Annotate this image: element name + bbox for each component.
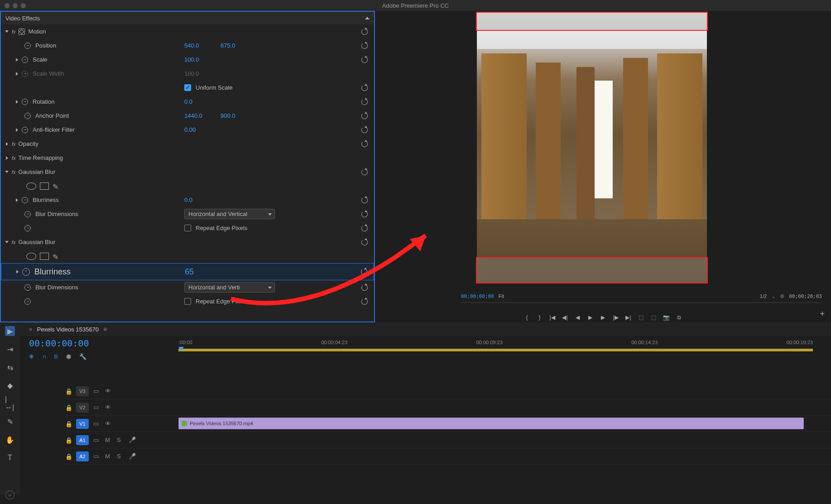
blurriness2-value[interactable]: 65 [185, 267, 194, 277]
prev-frame-icon[interactable]: ◀ [575, 314, 581, 321]
toggle-output-icon[interactable]: ▭ [93, 437, 101, 443]
ellipse-mask-icon[interactable] [26, 253, 36, 260]
reset-icon[interactable] [360, 298, 369, 306]
reset-icon[interactable] [360, 196, 369, 204]
go-to-in-icon[interactable]: |◀ [549, 314, 556, 321]
fit-dropdown[interactable]: Fit [499, 293, 504, 299]
track-lanes[interactable]: Pexels Videos 1535670.mp4 [178, 360, 831, 494]
stopwatch-icon[interactable] [24, 298, 31, 305]
track-a1-lane[interactable] [178, 432, 831, 448]
reset-icon[interactable] [360, 140, 369, 148]
resolution-dropdown[interactable]: 1/2 [760, 293, 767, 299]
next-frame-icon[interactable]: ▶ [600, 314, 606, 321]
pen-mask-icon[interactable] [53, 182, 60, 190]
track-a2-lane[interactable] [178, 448, 831, 465]
eye-icon[interactable]: 👁 [105, 420, 112, 427]
step-fwd-icon[interactable]: |▶ [613, 314, 619, 321]
blur-dims1-dropdown[interactable]: Horizontal and Vertical [184, 209, 275, 219]
lift-icon[interactable]: ⬚ [638, 314, 644, 321]
timeline-timecode[interactable]: 00:00:00:00 [29, 338, 178, 349]
rotation-value[interactable]: 0.0 [184, 98, 192, 105]
solo-icon[interactable]: S [117, 437, 124, 443]
twist-icon[interactable] [4, 142, 10, 146]
playhead-icon[interactable] [178, 347, 184, 351]
toggle-output-icon[interactable]: ▭ [93, 388, 101, 394]
toggle-output-icon[interactable]: ▭ [93, 420, 101, 427]
gaussian-blur-2[interactable]: fx Gaussian Blur [1, 235, 374, 249]
position-y[interactable]: 675.0 [221, 42, 235, 49]
twist-icon[interactable] [4, 171, 10, 173]
mute-icon[interactable]: M [105, 437, 112, 443]
slip-tool-icon[interactable]: |↔| [5, 398, 15, 408]
twist-icon[interactable] [14, 100, 20, 104]
time-remapping-effect[interactable]: fx Time Remapping [1, 151, 374, 165]
anchor-y[interactable]: 900.0 [221, 112, 235, 119]
settings-icon[interactable]: 🔧 [79, 353, 86, 360]
twist-icon[interactable] [14, 198, 20, 202]
reset-icon[interactable] [360, 283, 369, 292]
pen-mask-icon[interactable] [53, 253, 60, 260]
step-back-icon[interactable]: ◀| [562, 314, 568, 321]
blurriness1-value[interactable]: 0.0 [184, 197, 192, 203]
video-preview[interactable] [477, 13, 707, 283]
reset-icon[interactable] [360, 126, 369, 134]
repeat-edge2-checkbox[interactable] [184, 298, 191, 305]
blur-dims2-dropdown[interactable]: Horizontal and Verti [184, 282, 275, 293]
timeline-ruler[interactable]: :00:00 00:00:04:23 00:00:09:23 00:00:14:… [178, 336, 831, 360]
marker-icon[interactable]: ⬢ [66, 353, 71, 360]
close-window[interactable] [5, 3, 10, 8]
motion-effect[interactable]: fx Motion [1, 24, 374, 38]
stopwatch-icon[interactable] [24, 43, 31, 49]
rectangle-mask-icon[interactable] [40, 182, 49, 190]
track-badge[interactable]: V2 [76, 403, 89, 413]
linked-selection-icon[interactable]: ⎘ [54, 353, 58, 360]
stopwatch-icon[interactable] [22, 57, 28, 63]
twist-icon[interactable] [4, 30, 10, 33]
mark-in-icon[interactable]: { [524, 314, 530, 321]
magnet-icon[interactable]: ∩ [42, 353, 46, 360]
minimize-window[interactable] [13, 3, 18, 8]
scale-value[interactable]: 100.0 [184, 56, 199, 63]
reset-icon[interactable] [360, 56, 369, 64]
hand-tool-icon[interactable]: ✋ [5, 435, 15, 445]
tab-close-icon[interactable]: × [29, 326, 33, 333]
lock-icon[interactable]: 🔒 [65, 388, 72, 394]
ellipse-mask-icon[interactable] [26, 182, 36, 190]
track-v3-header[interactable]: 🔒 V3 ▭ 👁 [65, 383, 178, 399]
gaussian-blur-1[interactable]: fx Gaussian Blur [1, 165, 374, 179]
sequence-tab[interactable]: Pexels Videos 1535670 [37, 326, 99, 333]
pen-tool-icon[interactable]: ✎ [5, 417, 15, 427]
add-button-icon[interactable]: + [820, 309, 825, 319]
mute-icon[interactable]: M [105, 453, 112, 460]
preview-timecode[interactable]: 00;00;00;00 [461, 293, 494, 299]
track-badge[interactable]: A1 [76, 435, 89, 445]
track-a1-header[interactable]: 🔒 A1 ▭ M S 🎤 [65, 432, 178, 448]
track-v2-header[interactable]: 🔒 V2 ▭ 👁 [65, 399, 178, 416]
twist-icon[interactable] [14, 58, 20, 62]
repeat-edge1-checkbox[interactable] [184, 225, 191, 231]
collapse-icon[interactable] [365, 17, 370, 19]
twist-icon[interactable] [14, 128, 20, 132]
eye-icon[interactable]: 👁 [105, 404, 112, 411]
reset-icon[interactable] [360, 42, 369, 50]
selection-tool-icon[interactable]: ▶ [5, 326, 15, 336]
track-badge[interactable]: A2 [76, 451, 89, 461]
stopwatch-icon[interactable] [24, 225, 31, 231]
track-badge[interactable]: V1 [76, 419, 89, 429]
stopwatch-icon[interactable] [24, 284, 31, 291]
toggle-output-icon[interactable]: ▭ [93, 404, 101, 411]
track-badge[interactable]: V3 [76, 386, 89, 396]
tab-menu-icon[interactable]: ≡ [103, 326, 107, 333]
stopwatch-icon[interactable] [22, 127, 28, 133]
toggle-output-icon[interactable]: ▭ [93, 453, 101, 460]
twist-icon[interactable] [14, 270, 20, 274]
rectangle-mask-icon[interactable] [40, 253, 49, 260]
reset-icon[interactable] [360, 28, 369, 36]
stopwatch-icon[interactable] [22, 197, 28, 203]
lock-icon[interactable]: 🔒 [65, 437, 72, 443]
type-tool-icon[interactable]: T [5, 453, 15, 463]
reset-icon[interactable] [360, 112, 369, 120]
reset-icon[interactable] [360, 224, 369, 232]
settings-icon[interactable]: ⚙ [780, 293, 784, 299]
reset-icon[interactable] [360, 210, 369, 218]
